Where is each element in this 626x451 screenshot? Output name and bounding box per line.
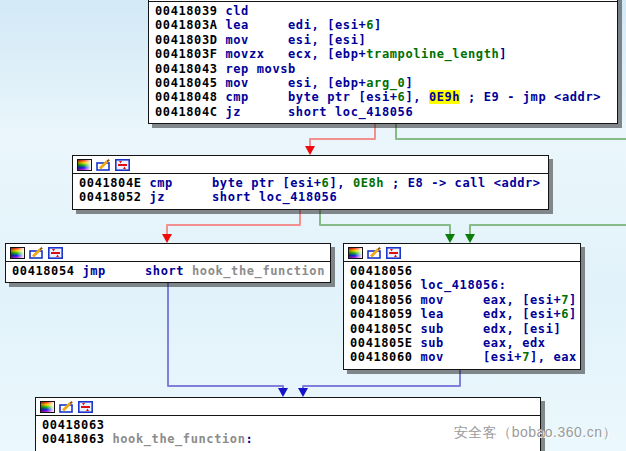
node-color-icon[interactable] bbox=[77, 159, 92, 171]
asm-line: 0041803F movzx ecx, [ebp+trampoline_leng… bbox=[155, 47, 611, 61]
asm-line: 0041805C sub edx, [esi] bbox=[350, 322, 574, 336]
asm-code-418054: 00418054 jmp short hook_the_function bbox=[6, 262, 330, 282]
group-node-icon[interactable] bbox=[386, 247, 401, 259]
asm-line: 00418054 jmp short hook_the_function bbox=[12, 264, 324, 278]
group-node-icon[interactable] bbox=[48, 247, 63, 259]
node-titlebar bbox=[36, 398, 540, 416]
asm-line: 00418043 rep movsb bbox=[155, 62, 611, 76]
edge-red-41804E-fallthrough bbox=[167, 207, 300, 236]
asm-line: 0041805E sub eax, edx bbox=[350, 336, 574, 350]
node-color-icon[interactable] bbox=[10, 247, 25, 259]
asm-code-418056: 0041805600418056 loc_418056:00418056 mov… bbox=[344, 262, 580, 369]
edge-green-41804E-taken bbox=[320, 207, 450, 236]
asm-line: 00418052 jz short loc_418056 bbox=[79, 190, 542, 204]
node-418054[interactable]: 00418054 jmp short hook_the_function bbox=[5, 243, 331, 283]
asm-line: 00418060 mov [esi+7], eax bbox=[350, 350, 574, 364]
asm-line: 00418048 cmp byte ptr [esi+6], 0E9h ; E9… bbox=[155, 90, 611, 104]
asm-line: 00418056 mov eax, [esi+7] bbox=[350, 293, 574, 307]
edge-blue-418056-flow bbox=[303, 368, 460, 390]
asm-line: 00418045 mov esi, [ebp+arg_0] bbox=[155, 76, 611, 90]
edge-red-41804E-fallthrough-arrowhead bbox=[162, 234, 172, 243]
asm-line: 0041804E cmp byte ptr [esi+6], 0E8h ; E8… bbox=[79, 176, 542, 190]
edit-comment-icon[interactable] bbox=[59, 401, 74, 413]
node-418039[interactable]: 00418039 cld0041803A lea edi, [esi+6]004… bbox=[148, 0, 618, 124]
asm-line: 00418056 bbox=[350, 264, 574, 278]
edge-blue-418054-jmp bbox=[168, 281, 283, 390]
group-node-icon[interactable] bbox=[115, 159, 130, 171]
edge-green-418039-taken-in-arrowhead bbox=[465, 234, 475, 243]
node-418056[interactable]: 0041805600418056 loc_418056:00418056 mov… bbox=[343, 243, 581, 370]
node-color-icon[interactable] bbox=[348, 247, 363, 259]
asm-code-41804E: 0041804E cmp byte ptr [esi+6], 0E8h ; E8… bbox=[73, 174, 548, 209]
ida-graph-view: 00418039 cld0041803A lea edi, [esi+6]004… bbox=[0, 0, 626, 451]
asm-line: 00418056 loc_418056: bbox=[350, 278, 574, 292]
edit-comment-icon[interactable] bbox=[29, 247, 44, 259]
node-color-icon[interactable] bbox=[40, 401, 55, 413]
node-41804E[interactable]: 0041804E cmp byte ptr [esi+6], 0E8h ; E8… bbox=[72, 155, 549, 210]
asm-line: 00418039 cld bbox=[155, 4, 611, 18]
asm-line: 0041803A lea edi, [esi+6] bbox=[155, 18, 611, 32]
asm-code-418039: 00418039 cld0041803A lea edi, [esi+6]004… bbox=[149, 2, 617, 123]
node-titlebar bbox=[6, 244, 330, 262]
edge-green-418039-taken-out bbox=[396, 122, 626, 139]
edge-red-418039-fallthrough-arrowhead bbox=[305, 146, 315, 155]
asm-line: 0041803D mov esi, [esi] bbox=[155, 33, 611, 47]
edge-blue-418056-flow-arrowhead bbox=[298, 388, 308, 397]
edge-red-418039-fallthrough bbox=[310, 122, 375, 148]
edit-comment-icon[interactable] bbox=[367, 247, 382, 259]
asm-line: 00418059 lea edx, [esi+6] bbox=[350, 307, 574, 321]
asm-line: 0041804C jz short loc_418056 bbox=[155, 105, 611, 119]
group-node-icon[interactable] bbox=[78, 401, 93, 413]
edge-green-41804E-taken-arrowhead bbox=[445, 234, 455, 243]
edit-comment-icon[interactable] bbox=[96, 159, 111, 171]
edge-green-418039-taken-in bbox=[470, 225, 626, 236]
node-titlebar bbox=[344, 244, 580, 262]
node-titlebar bbox=[73, 156, 548, 174]
watermark-text: 安全客（bobao.360.cn） bbox=[454, 424, 617, 442]
edge-blue-418054-jmp-arrowhead bbox=[278, 388, 288, 397]
